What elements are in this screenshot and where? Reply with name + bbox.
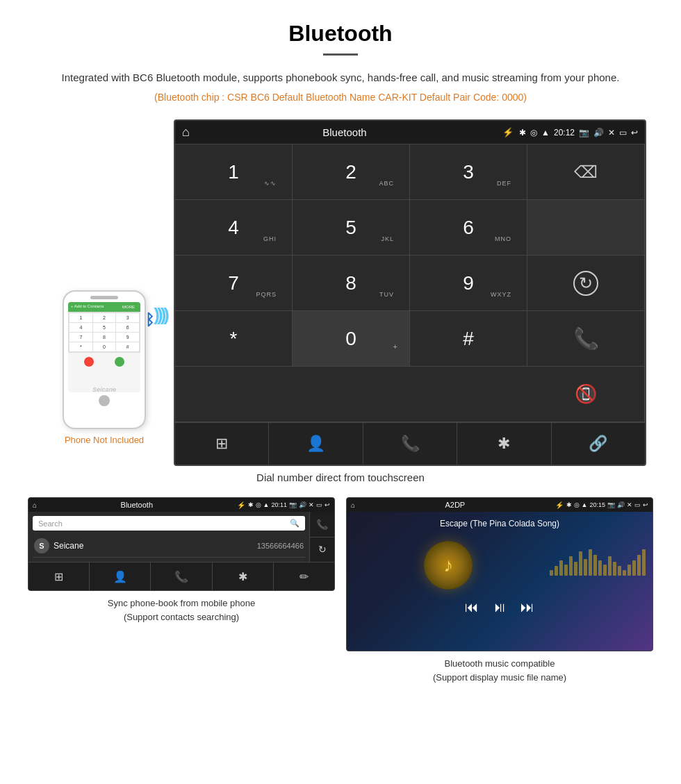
volume-icon: 🔊 <box>593 128 604 137</box>
close-icon[interactable]: ✕ <box>608 128 615 137</box>
phonebook-screen: ⌂ Bluetooth ⚡ ✱ ◎ ▲ 20:11 📷 🔊 ✕ ▭ ↩ <box>28 497 335 591</box>
dial-refresh[interactable]: ↻ <box>527 256 645 311</box>
dial-key-2[interactable]: 2ABC <box>293 144 410 200</box>
pb-loc-icon: ◎ <box>256 501 261 508</box>
phone-screen: + Add to Contacts MORE 1 2 3 4 5 6 7 8 <box>68 302 140 392</box>
phone-key-4[interactable]: 4 <box>69 323 92 332</box>
pb-home-icon[interactable]: ⌂ <box>33 501 37 509</box>
dial-key-8[interactable]: 8TUV <box>293 256 410 311</box>
phone-key-5[interactable]: 5 <box>93 323 116 332</box>
bottom-panels: ⌂ Bluetooth ⚡ ✱ ◎ ▲ 20:11 📷 🔊 ✕ ▭ ↩ <box>28 497 653 684</box>
mus-status-icons: ✱ ◎ ▲ 20:15 📷 🔊 ✕ ▭ ↩ <box>566 501 648 508</box>
pb-close-icon[interactable]: ✕ <box>309 501 314 508</box>
prev-track-btn[interactable]: ⏮ <box>465 599 479 615</box>
mus-time: 20:15 <box>589 501 605 508</box>
mus-back-icon[interactable]: ↩ <box>643 501 648 508</box>
phone-key-2[interactable]: 2 <box>93 313 116 322</box>
phone-key-8[interactable]: 8 <box>93 333 116 342</box>
pb-usb-icon: ⚡ <box>237 501 245 509</box>
next-track-btn[interactable]: ⏭ <box>520 599 534 615</box>
music-note-icon: ♪ <box>443 554 453 576</box>
phone-bottom-bar <box>68 354 140 369</box>
dial-key-1[interactable]: 1∿∿ <box>175 144 293 200</box>
phone-key-9[interactable]: 9 <box>116 333 139 342</box>
dial-key-6[interactable]: 6MNO <box>410 200 527 256</box>
phone-key-0[interactable]: 0 <box>93 342 116 351</box>
nav-calls[interactable]: 📞 <box>363 423 457 465</box>
bluetooth-icon: ᛒ <box>145 311 154 329</box>
dial-backspace[interactable]: ⌫ <box>527 144 645 200</box>
phone-screen-header: + Add to Contacts MORE <box>68 302 140 312</box>
dial-key-3[interactable]: 3DEF <box>410 144 527 200</box>
dial-key-hash[interactable]: # <box>410 311 527 367</box>
dial-key-9[interactable]: 9WXYZ <box>410 256 527 311</box>
pb-side-call[interactable]: 📞 <box>310 512 334 537</box>
phone-key-1[interactable]: 1 <box>69 313 92 322</box>
contact-name: Seicane <box>54 541 253 551</box>
music-content: Escape (The Pina Colada Song) ♪ <box>347 512 653 651</box>
dial-key-0[interactable]: 0+ <box>293 311 410 367</box>
pb-nav-bt[interactable]: ✱ <box>213 562 274 590</box>
dial-key-7[interactable]: 7PQRS <box>175 256 293 311</box>
phone-key-star[interactable]: * <box>69 342 92 351</box>
pb-nav-link[interactable]: ✏ <box>274 562 334 590</box>
phone-key-3[interactable]: 3 <box>116 313 139 322</box>
viz-bar-13 <box>608 556 612 576</box>
phone-key-7[interactable]: 7 <box>69 333 92 342</box>
phone-end-btn[interactable] <box>84 357 94 367</box>
phonebook-panel: ⌂ Bluetooth ⚡ ✱ ◎ ▲ 20:11 📷 🔊 ✕ ▭ ↩ <box>28 497 335 684</box>
call-green-icon: 📞 <box>573 326 599 351</box>
viz-bar-15 <box>618 566 621 576</box>
phone-illustration: )))) ᛒ + Add to Contacts MORE 1 2 3 <box>35 119 174 466</box>
phone-key-6[interactable]: 6 <box>116 323 139 332</box>
phone-home-button[interactable] <box>99 395 110 406</box>
location-icon: ◎ <box>530 128 537 137</box>
backspace-icon: ⌫ <box>574 162 598 182</box>
time-display: 20:12 <box>554 128 575 137</box>
pb-search-bar[interactable]: Search 🔍 <box>33 516 305 531</box>
dial-call-green[interactable]: 📞 <box>527 311 645 367</box>
mus-sig-icon: ▲ <box>582 501 588 508</box>
nav-link[interactable]: 🔗 <box>552 423 645 465</box>
viz-bar-6 <box>574 562 577 576</box>
car-dial-screen: ⌂ Bluetooth ⚡ ✱ ◎ ▲ 20:12 📷 🔊 ✕ ▭ ↩ <box>174 119 646 466</box>
phone-key-hash[interactable]: # <box>116 342 139 351</box>
viz-bar-3 <box>559 560 563 576</box>
pb-nav-contacts[interactable]: 👤 <box>90 562 151 590</box>
dial-key-4[interactable]: 4GHI <box>175 200 293 256</box>
pb-search-icon[interactable]: 🔍 <box>290 519 300 528</box>
phonebook-caption: Sync phone-book from mobile phone(Suppor… <box>108 597 255 624</box>
pb-back-icon[interactable]: ↩ <box>325 501 330 508</box>
viz-bar-19 <box>637 555 641 576</box>
nav-contacts[interactable]: 👤 <box>269 423 363 465</box>
dial-key-5[interactable]: 5JKL <box>293 200 410 256</box>
dial-call-red[interactable]: 📵 <box>527 367 645 422</box>
home-icon[interactable]: ⌂ <box>182 125 190 140</box>
pb-side-refresh[interactable]: ↻ <box>310 537 334 562</box>
play-pause-btn[interactable]: ⏯ <box>493 599 507 615</box>
more-btn: MORE <box>120 304 138 310</box>
back-icon[interactable]: ↩ <box>631 128 638 137</box>
phone-call-btn[interactable] <box>115 357 124 367</box>
pb-vol-icon: 🔊 <box>299 501 306 508</box>
mus-loc-icon: ◎ <box>574 501 580 508</box>
mus-close-icon[interactable]: ✕ <box>627 501 632 508</box>
dial-caption: Dial number direct from touchscreen <box>28 472 653 483</box>
viz-bar-20 <box>642 549 646 576</box>
viz-bar-1 <box>550 570 553 576</box>
viz-bar-17 <box>627 565 631 576</box>
music-controls: ⏮ ⏯ ⏭ <box>465 595 534 621</box>
pb-nav-dialpad[interactable]: ⊞ <box>28 562 90 590</box>
nav-bluetooth[interactable]: ✱ <box>457 423 551 465</box>
viz-bar-8 <box>584 559 587 576</box>
viz-bar-7 <box>579 551 582 576</box>
mus-home-icon[interactable]: ⌂ <box>351 501 355 509</box>
call-red-icon: 📵 <box>575 383 597 405</box>
phone-speaker <box>90 296 118 299</box>
pb-nav-calls[interactable]: 📞 <box>151 562 212 590</box>
contact-number: 13566664466 <box>257 542 304 550</box>
dial-key-star[interactable]: * <box>175 311 293 367</box>
music-main-area: ♪ <box>354 534 646 595</box>
contact-row-seicane[interactable]: S Seicane 13566664466 <box>33 535 305 558</box>
nav-dialpad[interactable]: ⊞ <box>175 423 269 465</box>
